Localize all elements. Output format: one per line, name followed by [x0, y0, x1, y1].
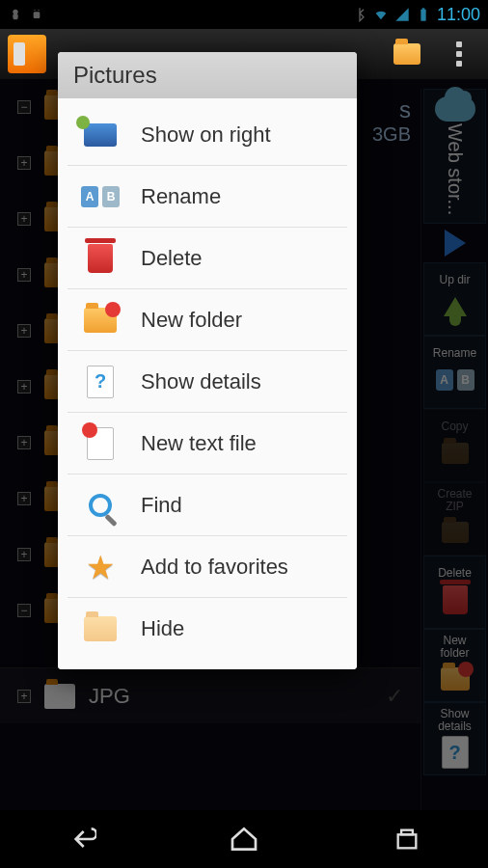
menu-find[interactable]: Find [68, 475, 347, 536]
status-bar: 11:00 [0, 0, 488, 29]
svg-rect-1 [13, 14, 17, 20]
overflow-menu[interactable] [438, 33, 480, 75]
hide-icon [84, 616, 117, 641]
nav-bar [0, 810, 488, 868]
star-icon: ★ [86, 548, 115, 586]
overflow-icon [456, 41, 462, 67]
menu-new-folder[interactable]: New folder [68, 289, 347, 351]
nav-recent[interactable] [368, 820, 446, 858]
home-icon [227, 824, 261, 854]
menu-delete[interactable]: Delete [68, 228, 347, 289]
menu-new-text-file[interactable]: New text file [68, 413, 347, 475]
svg-rect-5 [420, 10, 425, 21]
status-right: 11:00 [352, 5, 480, 25]
svg-rect-2 [34, 12, 41, 18]
menu-show-details[interactable]: ? Show details [68, 351, 347, 413]
android-icon [29, 7, 44, 22]
signal-icon [394, 7, 410, 22]
new-file-icon [87, 427, 114, 460]
recent-icon [392, 826, 422, 853]
clock: 11:00 [437, 5, 480, 25]
trash-icon [88, 244, 113, 273]
svg-point-4 [38, 10, 39, 11]
menu-show-on-right[interactable]: Show on right [68, 104, 347, 166]
search-icon [89, 494, 112, 517]
app-icon[interactable] [8, 35, 46, 73]
action-folder[interactable] [386, 33, 428, 75]
context-menu-title: Pictures [58, 52, 357, 98]
context-menu: Pictures Show on right AB Rename Delete … [58, 52, 357, 669]
menu-hide[interactable]: Hide [68, 598, 347, 660]
back-icon [66, 824, 96, 854]
new-folder-icon [84, 308, 117, 333]
wifi-icon [373, 7, 389, 22]
debug-icon [8, 7, 23, 22]
svg-rect-8 [401, 830, 413, 835]
svg-point-3 [34, 10, 35, 11]
svg-rect-6 [422, 8, 425, 10]
nav-home[interactable] [205, 820, 283, 858]
details-icon: ? [87, 366, 114, 398]
svg-rect-7 [397, 834, 416, 848]
battery-icon [416, 7, 431, 22]
rename-icon: AB [79, 184, 122, 209]
show-right-icon [84, 123, 117, 147]
status-left [8, 7, 44, 22]
bluetooth-icon [352, 7, 367, 22]
menu-add-favorites[interactable]: ★ Add to favorites [68, 536, 347, 598]
nav-back[interactable] [42, 820, 120, 858]
menu-rename[interactable]: AB Rename [68, 166, 347, 228]
